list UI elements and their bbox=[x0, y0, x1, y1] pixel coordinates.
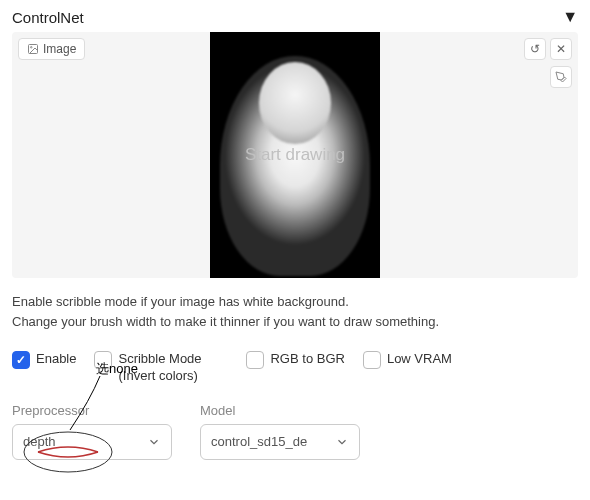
image-canvas[interactable]: Image Start drawing ↺ ✕ bbox=[12, 32, 578, 278]
svg-point-1 bbox=[31, 47, 33, 49]
lowvram-checkbox[interactable] bbox=[363, 351, 381, 369]
panel-header: ControlNet ▼ bbox=[12, 8, 578, 26]
lowvram-label: Low VRAM bbox=[387, 351, 452, 368]
scribble-checkbox-item[interactable]: Scribble Mode (Invert colors) bbox=[94, 351, 228, 385]
preprocessor-field: Preprocessor depth bbox=[12, 403, 172, 460]
panel-title: ControlNet bbox=[12, 9, 84, 26]
options-row: Enable Scribble Mode (Invert colors) RGB… bbox=[12, 351, 578, 385]
brush-icon bbox=[555, 71, 567, 83]
chevron-down-icon bbox=[335, 435, 349, 449]
brush-button[interactable] bbox=[550, 66, 572, 88]
depth-preview-image bbox=[210, 32, 380, 278]
undo-button[interactable]: ↺ bbox=[524, 38, 546, 60]
preprocessor-label: Preprocessor bbox=[12, 403, 172, 418]
rgb2bgr-checkbox[interactable] bbox=[246, 351, 264, 369]
scribble-checkbox[interactable] bbox=[94, 351, 112, 369]
enable-checkbox-item[interactable]: Enable bbox=[12, 351, 76, 369]
enable-checkbox[interactable] bbox=[12, 351, 30, 369]
enable-label: Enable bbox=[36, 351, 76, 368]
image-icon bbox=[27, 43, 39, 55]
scribble-label: Scribble Mode (Invert colors) bbox=[118, 351, 228, 385]
undo-icon: ↺ bbox=[530, 42, 540, 56]
close-icon: ✕ bbox=[556, 42, 566, 56]
lowvram-checkbox-item[interactable]: Low VRAM bbox=[363, 351, 452, 369]
preprocessor-select[interactable]: depth bbox=[12, 424, 172, 460]
fields-row: Preprocessor depth Model control_sd15_de bbox=[12, 403, 578, 460]
collapse-toggle-icon[interactable]: ▼ bbox=[562, 8, 578, 26]
rgb2bgr-checkbox-item[interactable]: RGB to BGR bbox=[246, 351, 344, 369]
chevron-down-icon bbox=[147, 435, 161, 449]
controlnet-panel: ControlNet ▼ Image Start drawing ↺ ✕ Ena… bbox=[0, 0, 590, 468]
info-text: Enable scribble mode if your image has w… bbox=[12, 292, 578, 331]
clear-button[interactable]: ✕ bbox=[550, 38, 572, 60]
rgb2bgr-label: RGB to BGR bbox=[270, 351, 344, 368]
info-line2: Change your brush width to make it thinn… bbox=[12, 312, 578, 332]
model-label: Model bbox=[200, 403, 360, 418]
info-line1: Enable scribble mode if your image has w… bbox=[12, 292, 578, 312]
model-select[interactable]: control_sd15_de bbox=[200, 424, 360, 460]
model-value: control_sd15_de bbox=[211, 434, 307, 449]
preprocessor-value: depth bbox=[23, 434, 56, 449]
image-tab-label: Image bbox=[43, 42, 76, 56]
model-field: Model control_sd15_de bbox=[200, 403, 360, 460]
image-tab[interactable]: Image bbox=[18, 38, 85, 60]
